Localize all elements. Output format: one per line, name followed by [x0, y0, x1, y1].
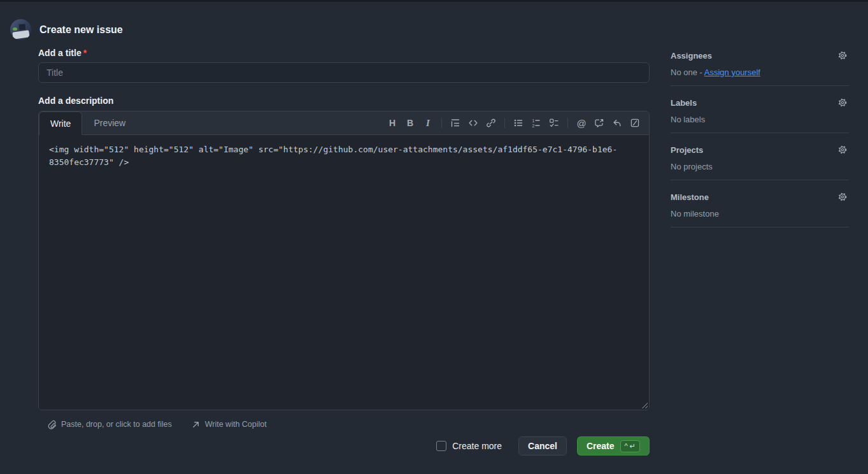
avatar-monitor-shape: [18, 23, 26, 31]
description-field-label: Add a description: [38, 96, 650, 106]
slash-commands-icon: [630, 118, 640, 128]
milestone-section: Milestone No milestone: [671, 180, 849, 227]
heading-icon: H: [389, 118, 395, 128]
link-icon: [486, 118, 496, 128]
editor-footer: Paste, drop, or click to add files Write…: [38, 410, 650, 432]
unordered-list-icon: [513, 118, 523, 128]
link-button[interactable]: [482, 114, 500, 132]
quote-button[interactable]: [446, 114, 464, 132]
issue-form: Add a title* Add a description Write Pre…: [38, 48, 650, 456]
gear-icon: [837, 145, 848, 155]
saved-replies-icon: [612, 118, 622, 128]
tab-preview[interactable]: Preview: [82, 111, 137, 134]
code-icon: [468, 118, 478, 128]
tab-write[interactable]: Write: [39, 111, 82, 135]
heading-button[interactable]: H: [383, 114, 401, 132]
projects-section: Projects No projects: [671, 133, 849, 180]
quote-icon: [450, 118, 460, 128]
italic-icon: I: [426, 118, 430, 129]
code-button[interactable]: [464, 114, 482, 132]
resize-grip[interactable]: [641, 401, 648, 408]
write-with-copilot-button[interactable]: Write with Copilot: [191, 420, 267, 429]
create-more-label: Create more: [452, 441, 502, 451]
description-textarea[interactable]: <img width="512" height="512" alt="Image…: [39, 135, 649, 410]
assign-yourself-link[interactable]: Assign yourself: [704, 68, 760, 77]
paperclip-icon: [47, 420, 57, 429]
ordered-list-icon: 12: [531, 118, 541, 128]
create-more-control[interactable]: Create more: [436, 441, 502, 451]
cross-reference-icon: [594, 118, 604, 128]
required-marker: *: [83, 48, 87, 58]
repository-avatar: [10, 19, 31, 40]
assignees-title: Assignees: [671, 51, 712, 61]
labels-title: Labels: [671, 98, 697, 108]
labels-section: Labels No labels: [671, 86, 849, 133]
cross-reference-button[interactable]: [590, 114, 608, 132]
avatar-desk-shape: [12, 30, 29, 40]
attach-files-button[interactable]: Paste, drop, or click to add files: [47, 420, 172, 429]
ordered-list-button[interactable]: 12: [527, 114, 545, 132]
page-title: Create new issue: [39, 24, 123, 36]
task-list-icon: [549, 118, 559, 128]
editor-tabs: Write Preview: [39, 111, 137, 134]
assignees-section: Assignees No one - Assign yourself: [671, 39, 849, 86]
task-list-button[interactable]: [545, 114, 563, 132]
italic-button[interactable]: I: [419, 114, 437, 132]
editor-tabstrip: Write Preview H B I: [39, 111, 649, 135]
top-window-strip: [0, 0, 868, 2]
mention-icon: @: [576, 118, 586, 129]
arrow-up-right-icon: [191, 420, 201, 429]
toolbar-divider: [504, 118, 505, 128]
avatar-plant-shape: [13, 27, 17, 31]
cancel-button[interactable]: Cancel: [518, 436, 567, 456]
svg-text:2: 2: [532, 124, 534, 128]
create-more-checkbox[interactable]: [436, 441, 446, 451]
title-input[interactable]: [38, 62, 650, 83]
issue-sidebar: Assignees No one - Assign yourself Label…: [671, 39, 849, 227]
create-button-label: Create: [587, 441, 615, 451]
issue-header: Create new issue: [10, 19, 123, 40]
toolbar-divider: [441, 118, 442, 128]
gear-icon: [837, 97, 848, 108]
milestone-title: Milestone: [671, 192, 709, 202]
projects-title: Projects: [671, 145, 703, 155]
projects-settings-button[interactable]: [836, 143, 849, 156]
bold-button[interactable]: B: [401, 114, 419, 132]
gear-icon: [837, 192, 848, 202]
labels-settings-button[interactable]: [836, 96, 849, 109]
markdown-editor: Write Preview H B I: [38, 111, 650, 410]
svg-text:1: 1: [532, 118, 534, 123]
create-button[interactable]: Create ^ ↵: [577, 436, 650, 456]
labels-value: No labels: [671, 113, 849, 126]
toolbar-divider: [567, 118, 568, 128]
bold-icon: B: [407, 118, 413, 128]
slash-commands-button[interactable]: [626, 114, 644, 132]
markdown-toolbar: H B I 12: [383, 111, 649, 134]
assignees-value: No one - Assign yourself: [671, 66, 849, 79]
saved-replies-button[interactable]: [608, 114, 626, 132]
write-with-copilot-label: Write with Copilot: [205, 420, 267, 429]
assignees-settings-button[interactable]: [836, 49, 849, 62]
mention-button[interactable]: @: [573, 114, 590, 132]
description-text[interactable]: <img width="512" height="512" alt="Image…: [39, 135, 630, 177]
milestone-settings-button[interactable]: [836, 190, 849, 203]
milestone-value: No milestone: [671, 208, 849, 220]
ctrl-enter-shortcut-badge: ^ ↵: [620, 440, 640, 452]
projects-value: No projects: [671, 161, 849, 173]
attach-files-label: Paste, drop, or click to add files: [61, 420, 172, 429]
title-field-label: Add a title*: [38, 48, 650, 59]
gear-icon: [837, 50, 848, 61]
unordered-list-button[interactable]: [509, 114, 527, 132]
form-actions: Create more Cancel Create ^ ↵: [38, 436, 650, 456]
